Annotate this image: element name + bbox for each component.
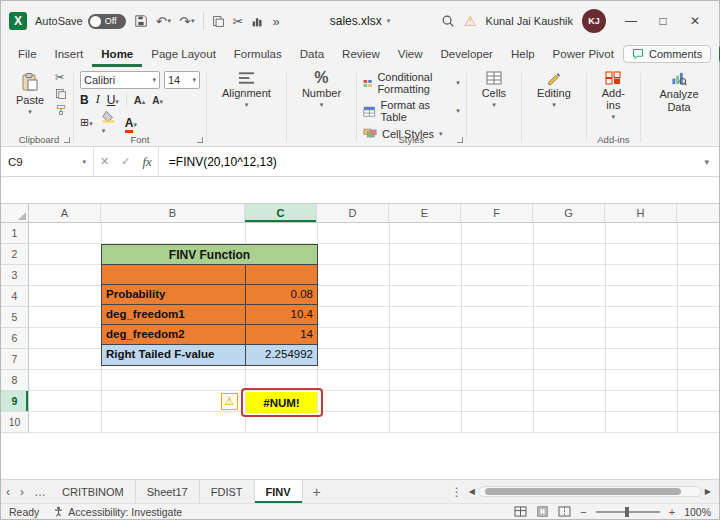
font-name-select[interactable]: Calibri ▾ — [80, 71, 160, 89]
sheet-tab-fdist[interactable]: FDIST — [200, 480, 255, 503]
number-button[interactable]: % Number ▾ — [293, 71, 350, 109]
close-button[interactable]: ✕ — [679, 1, 711, 41]
scrollbar-track[interactable] — [478, 486, 702, 497]
format-as-table-button[interactable]: Format as Table ▾ — [363, 99, 460, 123]
table-row-probability[interactable]: Probability 0.08 — [102, 285, 317, 305]
formula-bar-expand-button[interactable]: ▾ — [704, 157, 719, 167]
search-button[interactable] — [441, 14, 455, 28]
name-box[interactable]: C9 ▾ — [1, 147, 93, 176]
addins-button[interactable]: Add-ins ▾ — [593, 71, 634, 121]
chart-quick-button[interactable] — [251, 15, 264, 28]
column-header-b[interactable]: B — [101, 204, 245, 222]
minimize-button[interactable]: — — [615, 1, 647, 41]
table-row-deg-freedom2[interactable]: deg_freedom2 14 — [102, 325, 317, 345]
zoom-slider[interactable] — [596, 511, 660, 513]
autosave-toggle[interactable]: AutoSave Off — [35, 14, 126, 29]
decrease-font-button[interactable]: A▾ — [152, 94, 163, 106]
row-header-9[interactable]: 9 — [1, 391, 29, 412]
autosave-switch-icon[interactable]: Off — [88, 14, 126, 29]
row-header-7[interactable]: 7 — [1, 349, 29, 370]
tab-data[interactable]: Data — [291, 41, 333, 67]
error-cell-c9[interactable]: #NUM! — [246, 392, 317, 413]
undo-button[interactable]: ↶▾ — [156, 14, 171, 29]
copy-button[interactable] — [55, 88, 67, 100]
scroll-left-icon[interactable]: ◀ — [469, 487, 475, 496]
column-header-g[interactable]: G — [533, 204, 605, 222]
clipboard-dialog-launcher[interactable] — [64, 137, 70, 143]
zoom-in-button[interactable]: + — [669, 506, 675, 518]
tab-insert[interactable]: Insert — [46, 41, 93, 67]
document-title[interactable]: sales.xlsx ▾ — [330, 1, 391, 41]
borders-button[interactable]: ⊞▾ — [80, 116, 93, 129]
toolbar-overflow-icon[interactable]: » — [272, 14, 279, 29]
add-sheet-button[interactable]: + — [303, 480, 331, 503]
tab-view[interactable]: View — [389, 41, 432, 67]
zoom-out-button[interactable]: − — [580, 506, 586, 518]
alert-icon[interactable]: ⚠ — [464, 13, 477, 29]
sheet-nav-back-button[interactable]: ‹ — [1, 480, 15, 503]
font-color-button[interactable]: A▾ — [125, 117, 137, 129]
accessibility-status[interactable]: Accessibility: Investigate — [53, 506, 182, 518]
cancel-entry-button[interactable]: ✕ — [94, 155, 115, 168]
scroll-right-icon[interactable]: ▶ — [705, 487, 711, 496]
row-header-10[interactable]: 10 — [1, 412, 29, 433]
comments-button[interactable]: Comments — [623, 45, 711, 63]
bold-button[interactable]: B — [80, 93, 89, 107]
font-dialog-launcher[interactable] — [197, 137, 203, 143]
paste-button[interactable]: Paste ▾ — [11, 71, 49, 116]
worksheet-grid[interactable]: A B C D E F G H 1 2 3 4 5 6 7 8 9 10 FIN… — [1, 203, 719, 479]
scrollbar-thumb[interactable] — [485, 488, 681, 495]
alignment-button[interactable]: Alignment ▾ — [213, 71, 280, 109]
excel-logo-icon[interactable]: X — [9, 12, 27, 30]
cells-button[interactable]: Cells ▾ — [473, 71, 515, 109]
tab-power-pivot[interactable]: Power Pivot — [544, 41, 623, 67]
confirm-entry-button[interactable]: ✓ — [115, 155, 136, 168]
italic-button[interactable]: I — [96, 92, 100, 107]
editing-button[interactable]: Editing ▾ — [528, 71, 580, 109]
zoom-level[interactable]: 100% — [684, 506, 711, 518]
row-header-1[interactable]: 1 — [1, 223, 29, 244]
table-row-deg-freedom1[interactable]: deg_freedom1 10.4 — [102, 305, 317, 325]
table-row-empty[interactable] — [102, 265, 317, 285]
sheet-tab-critbinom[interactable]: CRITBINOM — [51, 480, 136, 503]
underline-button[interactable]: U▾ — [107, 93, 119, 107]
save-button[interactable] — [134, 14, 148, 28]
tab-page-layout[interactable]: Page Layout — [142, 41, 225, 67]
cut-button[interactable]: ✂ — [55, 71, 67, 84]
column-header-c[interactable]: C — [245, 204, 317, 222]
row-header-6[interactable]: 6 — [1, 328, 29, 349]
row-header-5[interactable]: 5 — [1, 307, 29, 328]
error-options-button[interactable]: ⚠ — [221, 393, 238, 410]
column-header-a[interactable]: A — [29, 204, 101, 222]
sheet-nav-more-button[interactable]: … — [29, 480, 51, 503]
maximize-button[interactable]: □ — [647, 1, 679, 41]
fill-color-button[interactable]: ▾ — [102, 110, 116, 135]
tab-help[interactable]: Help — [502, 41, 544, 67]
font-size-select[interactable]: 14 ▾ — [164, 71, 200, 89]
column-header-d[interactable]: D — [317, 204, 389, 222]
select-all-corner[interactable] — [1, 204, 29, 222]
row-header-3[interactable]: 3 — [1, 265, 29, 286]
avatar[interactable]: KJ — [582, 9, 606, 33]
tab-file[interactable]: File — [9, 41, 46, 67]
row-header-4[interactable]: 4 — [1, 286, 29, 307]
table-row-result[interactable]: Right Tailed F-value 2.254992 — [102, 345, 317, 365]
column-header-h[interactable]: H — [605, 204, 677, 222]
insert-function-button[interactable]: fx — [136, 154, 157, 170]
formula-input[interactable]: =FINV(20,10^12,13) — [159, 155, 277, 169]
normal-view-button[interactable] — [514, 506, 527, 517]
page-break-view-button[interactable] — [558, 506, 571, 517]
sheet-tab-finv[interactable]: FINV — [255, 480, 303, 503]
tab-home[interactable]: Home — [92, 41, 142, 67]
table-title[interactable]: FINV Function — [102, 245, 317, 265]
column-header-e[interactable]: E — [389, 204, 461, 222]
horizontal-scrollbar[interactable]: ⋮ ◀ ▶ — [448, 480, 719, 503]
row-header-8[interactable]: 8 — [1, 370, 29, 391]
scroll-menu-icon[interactable]: ⋮ — [448, 485, 466, 499]
sheet-nav-forward-button[interactable]: › — [15, 480, 29, 503]
page-layout-view-button[interactable] — [536, 506, 549, 517]
redo-button[interactable]: ↷▾ — [179, 14, 194, 29]
copy-button[interactable] — [212, 15, 225, 28]
styles-dialog-launcher[interactable] — [457, 137, 463, 143]
zoom-slider-thumb[interactable] — [625, 507, 629, 517]
